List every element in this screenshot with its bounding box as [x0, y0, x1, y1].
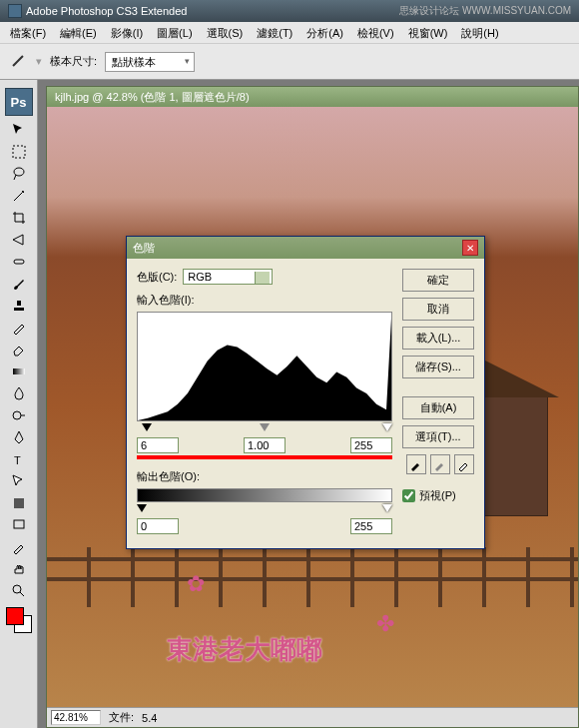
app-icon	[8, 4, 22, 18]
output-slider[interactable]	[137, 504, 392, 514]
slice-tool[interactable]	[7, 230, 31, 250]
close-icon[interactable]: ✕	[462, 240, 478, 256]
auto-button[interactable]: 自動(A)	[402, 396, 474, 419]
blur-tool[interactable]	[7, 383, 31, 403]
svg-rect-4	[13, 368, 25, 374]
svg-rect-7	[14, 498, 24, 508]
save-button[interactable]: 儲存(S)...	[402, 356, 474, 378]
heal-tool[interactable]	[7, 252, 31, 272]
midtone-input[interactable]	[244, 437, 286, 453]
notes-tool[interactable]	[7, 515, 31, 535]
menu-view[interactable]: 檢視(V)	[351, 24, 400, 41]
app-title: Adobe Photoshop CS3 Extended	[26, 5, 187, 17]
eyedropper-tool[interactable]	[7, 537, 31, 557]
menu-filter[interactable]: 濾鏡(T)	[251, 24, 298, 41]
menu-edit[interactable]: 編輯(E)	[54, 24, 103, 41]
options-button[interactable]: 選項(T)...	[402, 425, 474, 448]
output-shadow-input[interactable]	[137, 518, 179, 534]
pen-tool[interactable]	[7, 427, 31, 447]
shadow-slider-handle[interactable]	[142, 423, 152, 431]
svg-point-2	[22, 191, 24, 193]
menu-select[interactable]: 選取(S)	[201, 24, 250, 41]
photo-fence	[47, 547, 578, 607]
output-highlight-handle[interactable]	[382, 504, 392, 512]
sample-size-dropdown[interactable]: 點狀樣本	[105, 52, 195, 72]
status-bar: 文件: 5.4	[47, 707, 578, 727]
menu-analysis[interactable]: 分析(A)	[300, 24, 349, 41]
watermark-deco-icon: ✤	[376, 611, 394, 637]
path-tool[interactable]	[7, 471, 31, 491]
output-levels-label: 輸出色階(O):	[137, 469, 392, 484]
sample-size-label: 樣本尺寸:	[50, 54, 97, 69]
zoom-input[interactable]	[51, 710, 101, 725]
color-swatches[interactable]	[6, 607, 32, 633]
move-tool[interactable]	[7, 120, 31, 140]
svg-text:T: T	[14, 454, 21, 466]
dialog-title-text: 色階	[133, 241, 155, 256]
app-titlebar: Adobe Photoshop CS3 Extended 思缘设计论坛 WWW.…	[0, 0, 579, 22]
svg-point-5	[13, 411, 21, 419]
wand-tool[interactable]	[7, 186, 31, 206]
load-button[interactable]: 載入(L)...	[402, 327, 474, 350]
midtone-slider-handle[interactable]	[260, 423, 270, 431]
stamp-tool[interactable]	[7, 296, 31, 316]
dialog-titlebar[interactable]: 色階 ✕	[127, 237, 484, 259]
output-gradient	[137, 488, 392, 502]
eyedropper-tool-icon[interactable]	[8, 52, 28, 72]
channel-label: 色版(C):	[137, 270, 177, 285]
document-title: kjlh.jpg @ 42.8% (色階 1, 圖層遮色片/8)	[47, 87, 578, 107]
dodge-tool[interactable]	[7, 405, 31, 425]
preview-checkbox[interactable]	[402, 489, 415, 502]
eraser-tool[interactable]	[7, 340, 31, 360]
output-highlight-input[interactable]	[350, 518, 392, 534]
toolbox: Ps T	[0, 80, 38, 728]
menu-image[interactable]: 影像(I)	[105, 24, 149, 41]
menu-bar: 檔案(F) 編輯(E) 影像(I) 圖層(L) 選取(S) 濾鏡(T) 分析(A…	[0, 22, 579, 44]
canvas-area: kjlh.jpg @ 42.8% (色階 1, 圖層遮色片/8) ✿ ✤ 東港老…	[38, 80, 579, 728]
zoom-tool[interactable]	[7, 581, 31, 601]
svg-rect-8	[14, 520, 24, 528]
shadow-input[interactable]	[137, 437, 179, 453]
output-shadow-handle[interactable]	[137, 504, 147, 512]
marquee-tool[interactable]	[7, 142, 31, 162]
options-bar: ▾ 樣本尺寸: 點狀樣本	[0, 44, 579, 80]
preview-checkbox-row[interactable]: 預視(P)	[402, 488, 474, 503]
watermark-deco-icon: ✿	[187, 571, 205, 597]
svg-rect-0	[13, 146, 25, 158]
type-tool[interactable]: T	[7, 449, 31, 469]
input-slider[interactable]	[137, 423, 392, 433]
history-brush-tool[interactable]	[7, 318, 31, 338]
file-size-label: 文件:	[109, 710, 134, 725]
svg-point-1	[14, 168, 24, 176]
highlight-input[interactable]	[350, 437, 392, 453]
highlight-slider-handle[interactable]	[382, 423, 392, 431]
black-eyedropper-icon[interactable]	[406, 454, 426, 474]
annotation-red-line	[137, 455, 392, 459]
menu-window[interactable]: 視窗(W)	[402, 24, 454, 41]
foreground-color[interactable]	[6, 607, 24, 625]
crop-tool[interactable]	[7, 208, 31, 228]
menu-layer[interactable]: 圖層(L)	[151, 24, 198, 41]
menu-file[interactable]: 檔案(F)	[4, 24, 52, 41]
lasso-tool[interactable]	[7, 164, 31, 184]
svg-rect-3	[14, 260, 24, 264]
forum-watermark: 思缘设计论坛 WWW.MISSYUAN.COM	[399, 4, 571, 18]
channel-dropdown[interactable]: RGB	[183, 269, 273, 285]
menu-help[interactable]: 說明(H)	[455, 24, 504, 41]
file-size-value: 5.4	[142, 712, 157, 724]
white-eyedropper-icon[interactable]	[454, 454, 474, 474]
levels-dialog: 色階 ✕ 色版(C): RGB 輸入色階(I):	[126, 236, 485, 549]
preview-label: 預視(P)	[419, 488, 456, 503]
histogram	[137, 312, 392, 421]
ps-logo-icon: Ps	[5, 88, 33, 116]
image-watermark: 東港老大嘟嘟	[167, 632, 322, 667]
gray-eyedropper-icon[interactable]	[430, 454, 450, 474]
input-levels-label: 輸入色階(I):	[137, 293, 392, 308]
svg-point-9	[13, 585, 21, 593]
gradient-tool[interactable]	[7, 362, 31, 381]
shape-tool[interactable]	[7, 493, 31, 513]
hand-tool[interactable]	[7, 559, 31, 579]
ok-button[interactable]: 確定	[402, 269, 474, 292]
cancel-button[interactable]: 取消	[402, 298, 474, 321]
brush-tool[interactable]	[7, 274, 31, 294]
